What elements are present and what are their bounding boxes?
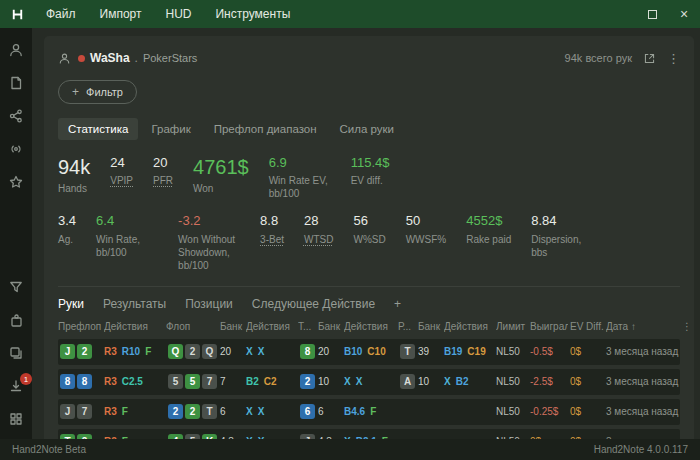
column-header[interactable]: Действия (246, 321, 296, 332)
stat-tab[interactable]: Статистика (58, 118, 138, 140)
stat-block: 56W%SD (353, 214, 385, 245)
stat-block: -3.2Won Without Showdown, bb/100 (178, 214, 240, 271)
notes-icon[interactable] (8, 75, 24, 91)
card: 7 (202, 374, 217, 389)
layers-icon[interactable] (8, 345, 24, 361)
column-header[interactable]: Лимит (496, 321, 528, 332)
actions-cell: R3R10F (104, 346, 164, 357)
column-header[interactable]: Банк (418, 321, 442, 332)
star-icon[interactable] (8, 174, 24, 190)
stat-label: Win Rate EV, bb/100 (269, 174, 331, 200)
action: R3 (104, 376, 117, 387)
limit-value: NL50 (496, 406, 528, 417)
action: X (356, 376, 363, 387)
column-header[interactable]: Действия (444, 321, 494, 332)
stat-value: 4552$ (466, 214, 511, 228)
actions-cell: B10C10 (344, 346, 396, 357)
hands-tab[interactable]: Результаты (103, 297, 166, 311)
cards-cell: 22T (166, 404, 218, 419)
table-row[interactable]: J7R3F22T6XX66B4.6FNL50-0.25$0$3 месяца н… (58, 399, 680, 425)
maximize-button[interactable] (636, 0, 668, 28)
cards-cell: 88 (58, 374, 102, 389)
bank-value: 10 (418, 376, 442, 387)
ev-diff-value: 0$ (570, 346, 604, 357)
stat-tab[interactable]: График (141, 118, 200, 140)
stat-label: VPIP (110, 174, 133, 187)
card: 8 (300, 344, 315, 359)
won-value: -0.5$ (530, 346, 568, 357)
table-row[interactable]: 88R3C2.55577B2C2210XXA10XB2NL50-2.5$0$3 … (58, 369, 680, 395)
hands-tab[interactable]: Позиции (185, 297, 233, 311)
stat-label: EV diff. (351, 174, 390, 187)
action: X (444, 376, 451, 387)
close-button[interactable]: × (668, 0, 700, 28)
card: Q (202, 344, 217, 359)
grid-icon[interactable] (8, 411, 24, 427)
puzzle-icon[interactable] (8, 312, 24, 328)
column-header[interactable]: Действия (344, 321, 396, 332)
person-icon (58, 52, 71, 65)
stat-tab[interactable]: Сила руки (330, 118, 405, 140)
column-header[interactable]: Префлоп (58, 321, 102, 332)
action: X (258, 406, 265, 417)
column-header[interactable]: Банк (220, 321, 244, 332)
stat-block: 3.4Ag. (58, 214, 76, 245)
stat-tab[interactable]: Префлоп диапазон (204, 118, 327, 140)
header-menu-icon[interactable]: ⋮ (667, 51, 680, 66)
hands-tab[interactable]: Следующее Действие (252, 297, 375, 311)
menu-item[interactable]: Инструменты (203, 0, 302, 28)
card: 2 (185, 404, 200, 419)
menu-item[interactable]: Импорт (88, 0, 154, 28)
plus-icon: + (72, 85, 79, 99)
statusbar: Hand2Note Beta Hand2Note 4.0.0.117 (0, 439, 700, 460)
column-header[interactable]: Т... (298, 321, 316, 332)
share-icon[interactable] (8, 108, 24, 124)
column-header[interactable]: Дата ↑ (606, 321, 680, 332)
table-menu-icon[interactable]: ⋮ (682, 321, 692, 332)
action: B2 (456, 376, 469, 387)
actions-cell: R3C2.5 (104, 376, 164, 387)
stat-value: -3.2 (178, 214, 240, 228)
popout-icon[interactable] (643, 52, 656, 65)
hands-tab[interactable]: + (394, 297, 401, 311)
titlebar: ФайлИмпортHUDИнструменты × (0, 0, 700, 28)
bank-value: 7 (220, 376, 244, 387)
column-header[interactable]: Флоп (166, 321, 218, 332)
stat-value: 8.8 (260, 214, 284, 228)
cards-cell: Q2Q (166, 344, 218, 359)
action: F (370, 406, 376, 417)
bank-value: 6 (220, 406, 244, 417)
stats-primary: 94kHands24VPIP20PFR4761$Won6.9Win Rate E… (58, 156, 680, 200)
card: 5 (168, 374, 183, 389)
card: 2 (168, 404, 183, 419)
menubar: ФайлИмпортHUDИнструменты (34, 0, 302, 28)
player-icon[interactable] (8, 42, 24, 58)
menu-item[interactable]: Файл (34, 0, 88, 28)
actions-cell: B2C2 (246, 376, 296, 387)
date-value: 3 месяца назад (606, 346, 680, 357)
column-header[interactable]: Выиграл (530, 321, 568, 332)
action: C10 (367, 346, 385, 357)
body: 1 WaSha . PokerStars 94k всего рук ⋮ (0, 28, 700, 439)
filter-funnel-icon[interactable] (8, 279, 24, 295)
hands-tab[interactable]: Руки (58, 297, 84, 311)
stat-block: 50WWSF% (406, 214, 447, 245)
download-icon[interactable]: 1 (8, 378, 24, 394)
cards-cell: 557 (166, 374, 218, 389)
stat-block: 94kHands (58, 156, 90, 195)
column-header[interactable]: Банк (318, 321, 342, 332)
action: R10 (122, 346, 140, 357)
column-header[interactable]: Действия (104, 321, 164, 332)
actions-cell: B4.6F (344, 406, 396, 417)
card: 2 (185, 344, 200, 359)
menu-item[interactable]: HUD (153, 0, 203, 28)
card: 7 (77, 404, 92, 419)
cards-cell: A (398, 374, 416, 389)
filter-button[interactable]: + Фильтр (58, 80, 137, 104)
table-row[interactable]: J2R3R10FQ2Q20XX820B10C10T39B19C19NL50-0.… (58, 339, 680, 365)
hands-tabs: РукиРезультатыПозицииСледующее Действие+ (58, 287, 680, 319)
stat-label: Won (193, 182, 249, 195)
column-header[interactable]: EV Diff. (570, 321, 604, 332)
broadcast-icon[interactable] (8, 141, 24, 157)
column-header[interactable]: Р... (398, 321, 416, 332)
